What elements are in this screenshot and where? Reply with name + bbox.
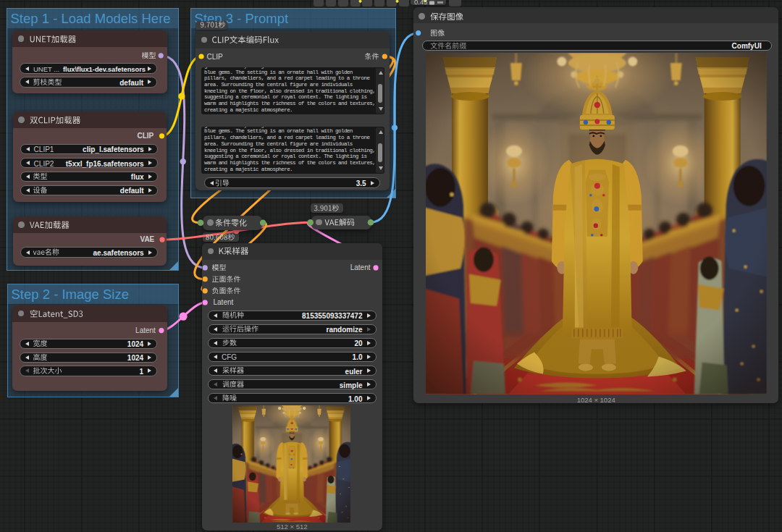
svg-text:0.45: 0.45 <box>414 0 428 6</box>
